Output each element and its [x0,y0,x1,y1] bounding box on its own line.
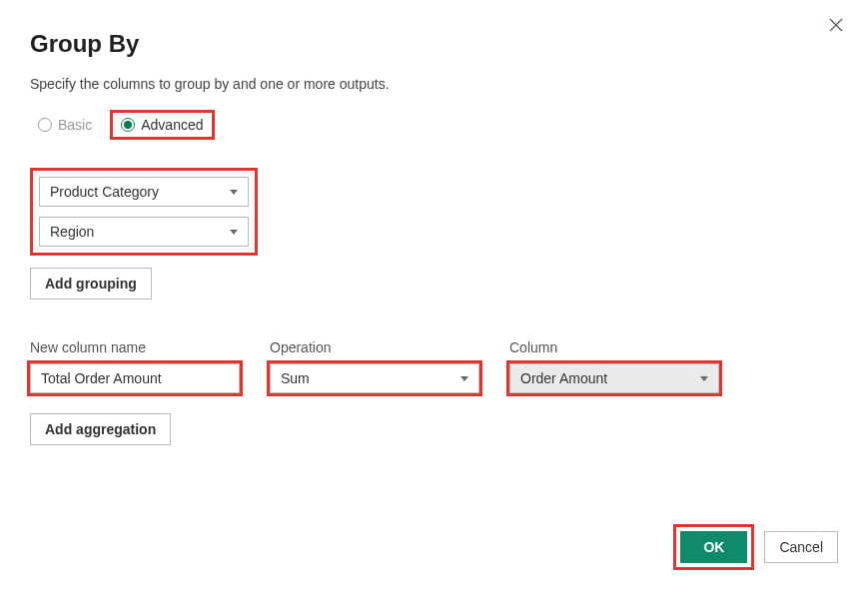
add-aggregation-button[interactable]: Add aggregation [30,413,171,445]
grouping-value: Product Category [50,184,159,200]
col-new-name: New column name [30,339,240,393]
chevron-down-icon [230,230,238,235]
operation-value: Sum [281,370,310,386]
operation-label: Operation [270,339,479,355]
radio-icon [38,118,52,132]
mode-row: Basic Advanced [30,110,838,140]
radio-advanced-label: Advanced [141,117,203,133]
ok-button[interactable]: OK [680,531,747,563]
new-column-label: New column name [30,339,240,355]
radio-basic[interactable]: Basic [30,113,100,137]
aggregation-section: New column name Operation Sum Column Ord… [30,339,838,445]
chevron-down-icon [700,376,708,381]
radio-advanced[interactable]: Advanced [110,110,214,140]
grouping-dropdown-1[interactable]: Region [39,217,249,247]
grouping-block: Product Category Region [30,168,258,256]
grouping-dropdown-0[interactable]: Product Category [39,177,249,207]
radio-icon [121,118,135,132]
col-operation: Operation Sum [270,339,479,393]
ok-highlight: OK [673,524,754,570]
column-dropdown[interactable]: Order Amount [509,363,719,393]
dialog-footer: OK Cancel [673,524,838,570]
dialog-subtitle: Specify the columns to group by and one … [30,76,838,92]
operation-dropdown[interactable]: Sum [270,363,479,393]
column-label: Column [509,339,719,355]
col-target: Column Order Amount [509,339,719,393]
add-grouping-button[interactable]: Add grouping [30,268,152,300]
column-value: Order Amount [520,370,607,386]
cancel-button[interactable]: Cancel [764,531,838,563]
chevron-down-icon [460,376,468,381]
chevron-down-icon [230,190,238,195]
close-icon[interactable] [829,18,843,36]
grouping-value: Region [50,224,94,240]
dialog-title: Group By [30,30,838,58]
radio-basic-label: Basic [58,117,92,133]
new-column-input[interactable] [30,363,240,393]
